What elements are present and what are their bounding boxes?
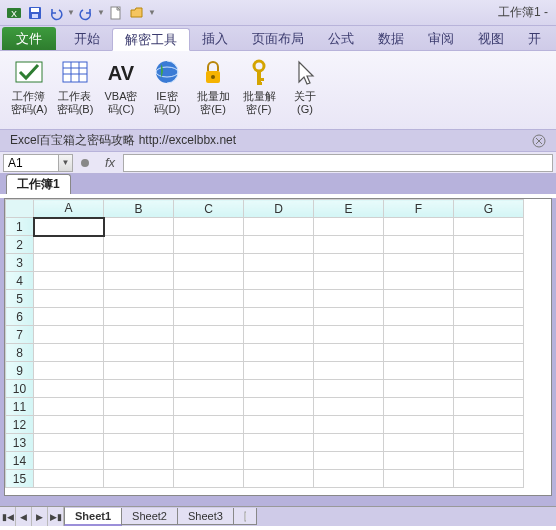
column-header[interactable]: E: [314, 200, 384, 218]
row-header[interactable]: 5: [6, 290, 34, 308]
cell[interactable]: [244, 398, 314, 416]
cell[interactable]: [104, 416, 174, 434]
tab-formulas[interactable]: 公式: [316, 27, 366, 50]
cell[interactable]: [244, 326, 314, 344]
cell[interactable]: [454, 362, 524, 380]
about-button[interactable]: 关于 (G): [282, 53, 328, 129]
cell[interactable]: [104, 254, 174, 272]
fx-label[interactable]: fx: [97, 155, 123, 170]
cell[interactable]: [384, 362, 454, 380]
cell[interactable]: [244, 290, 314, 308]
formula-input[interactable]: [123, 154, 553, 172]
cell[interactable]: [174, 236, 244, 254]
row-header[interactable]: 8: [6, 344, 34, 362]
cell[interactable]: [244, 236, 314, 254]
row-header[interactable]: 9: [6, 362, 34, 380]
row-header[interactable]: 3: [6, 254, 34, 272]
tab-more[interactable]: 开: [516, 27, 553, 50]
workbook-tab[interactable]: 工作簿1: [6, 174, 71, 194]
tab-file[interactable]: 文件: [2, 27, 56, 50]
cell[interactable]: [454, 326, 524, 344]
cell[interactable]: [384, 308, 454, 326]
cell[interactable]: [454, 254, 524, 272]
cell[interactable]: [384, 254, 454, 272]
cell[interactable]: [314, 290, 384, 308]
info-close-icon[interactable]: [532, 134, 546, 148]
cell[interactable]: [174, 416, 244, 434]
dropdown-caret-icon[interactable]: ▼: [97, 8, 105, 17]
name-box[interactable]: A1: [3, 154, 59, 172]
batch-decrypt-button[interactable]: 批量解 密(F): [236, 53, 282, 129]
cell[interactable]: [384, 344, 454, 362]
column-header[interactable]: G: [454, 200, 524, 218]
cell[interactable]: [314, 236, 384, 254]
cell[interactable]: [454, 236, 524, 254]
tab-insert[interactable]: 插入: [190, 27, 240, 50]
cell[interactable]: [314, 452, 384, 470]
cell[interactable]: [174, 254, 244, 272]
cell[interactable]: [34, 326, 104, 344]
sheet-tab[interactable]: Sheet3: [177, 508, 234, 525]
row-header[interactable]: 13: [6, 434, 34, 452]
sheet-nav-last[interactable]: ▶▮: [48, 507, 64, 526]
cell[interactable]: [34, 272, 104, 290]
cell[interactable]: [454, 416, 524, 434]
cell[interactable]: [174, 326, 244, 344]
cell[interactable]: [454, 290, 524, 308]
column-header[interactable]: C: [174, 200, 244, 218]
row-header[interactable]: 1: [6, 218, 34, 236]
row-header[interactable]: 7: [6, 326, 34, 344]
ie-password-button[interactable]: IE密 码(D): [144, 53, 190, 129]
spreadsheet-grid[interactable]: ABCDEFG123456789101112131415: [4, 198, 552, 496]
cell[interactable]: [104, 344, 174, 362]
cell[interactable]: [384, 380, 454, 398]
cell[interactable]: [244, 344, 314, 362]
new-sheet-button[interactable]: [233, 508, 257, 525]
column-header[interactable]: F: [384, 200, 454, 218]
cell[interactable]: [34, 416, 104, 434]
cell[interactable]: [244, 218, 314, 236]
cell[interactable]: [454, 398, 524, 416]
cell[interactable]: [104, 308, 174, 326]
cell[interactable]: [104, 380, 174, 398]
open-folder-icon[interactable]: [127, 3, 147, 23]
cell[interactable]: [34, 398, 104, 416]
cell[interactable]: [384, 452, 454, 470]
cell[interactable]: [454, 344, 524, 362]
cell[interactable]: [104, 362, 174, 380]
row-header[interactable]: 14: [6, 452, 34, 470]
cell[interactable]: [314, 470, 384, 488]
tab-home[interactable]: 开始: [62, 27, 112, 50]
cell[interactable]: [104, 236, 174, 254]
sheet-tab[interactable]: Sheet1: [64, 508, 122, 526]
sheet-nav-next[interactable]: ▶: [32, 507, 48, 526]
cell[interactable]: [384, 416, 454, 434]
cell[interactable]: [384, 434, 454, 452]
cell[interactable]: [174, 272, 244, 290]
cell[interactable]: [34, 434, 104, 452]
cell[interactable]: [314, 398, 384, 416]
cell[interactable]: [34, 290, 104, 308]
column-header[interactable]: A: [34, 200, 104, 218]
cell[interactable]: [34, 344, 104, 362]
cell[interactable]: [104, 290, 174, 308]
new-doc-icon[interactable]: [106, 3, 126, 23]
cell[interactable]: [314, 416, 384, 434]
cell[interactable]: [314, 326, 384, 344]
tab-decrypt-tools[interactable]: 解密工具: [112, 28, 190, 51]
cell[interactable]: [454, 380, 524, 398]
cell[interactable]: [34, 218, 104, 236]
row-header[interactable]: 6: [6, 308, 34, 326]
cell[interactable]: [34, 254, 104, 272]
cell[interactable]: [174, 380, 244, 398]
cell[interactable]: [244, 308, 314, 326]
worksheet-password-button[interactable]: 工作表 密码(B): [52, 53, 98, 129]
cell[interactable]: [104, 470, 174, 488]
redo-icon[interactable]: [76, 3, 96, 23]
cell[interactable]: [174, 470, 244, 488]
cell[interactable]: [384, 470, 454, 488]
cell[interactable]: [174, 362, 244, 380]
cell[interactable]: [314, 254, 384, 272]
excel-icon[interactable]: X: [4, 3, 24, 23]
cell[interactable]: [384, 290, 454, 308]
